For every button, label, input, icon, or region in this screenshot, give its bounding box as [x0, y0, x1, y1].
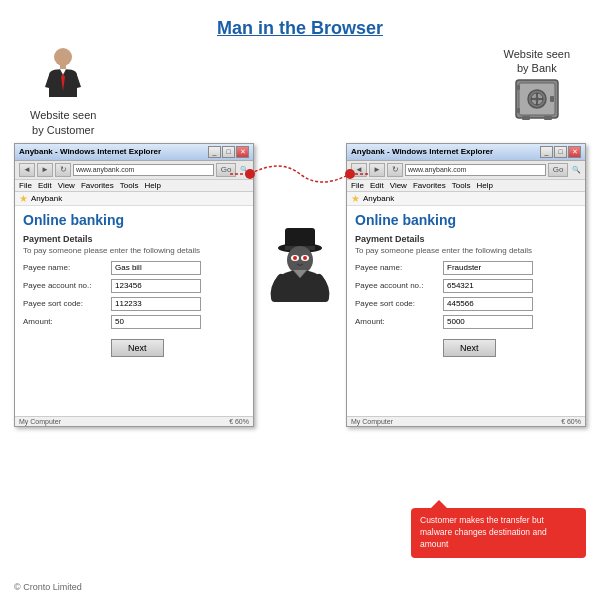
menu-favorites2[interactable]: Favorites — [413, 181, 446, 190]
input-payee2[interactable]: Fraudster — [443, 261, 533, 275]
bank-label: Website seen by Bank — [504, 47, 570, 129]
browser2-toolbar: ◄ ► ↻ www.anybank.com Go 🔍 — [347, 161, 585, 180]
callout-text: Customer makes the transfer but malware … — [420, 515, 547, 549]
input-account1[interactable]: 123456 — [111, 279, 201, 293]
field-row-3: Amount: 50 — [23, 315, 245, 329]
safe-icon — [504, 76, 570, 125]
browser2-statusbar: My Computer € 60% — [347, 416, 585, 426]
forward-btn[interactable]: ► — [37, 163, 53, 177]
browser2-favbar: ★ Anybank — [347, 192, 585, 206]
svg-point-0 — [54, 48, 72, 66]
browser1-menubar: File Edit View Favorites Tools Help — [15, 180, 253, 192]
fav-star1: ★ — [19, 193, 28, 204]
bank1-heading: Online banking — [23, 212, 245, 228]
menu-edit2[interactable]: Edit — [370, 181, 384, 190]
field-row2-3: Amount: 5000 — [355, 315, 577, 329]
label-sort1: Payee sort code: — [23, 299, 111, 308]
svg-point-24 — [303, 256, 307, 260]
svg-point-7 — [535, 97, 539, 101]
svg-rect-15 — [522, 116, 530, 120]
callout-bubble: Customer makes the transfer but malware … — [411, 508, 586, 558]
browser1-favbar: ★ Anybank — [15, 192, 253, 206]
browser1-content: Online banking Payment Details To pay so… — [15, 206, 253, 416]
bank2-heading: Online banking — [355, 212, 577, 228]
menu-help2[interactable]: Help — [476, 181, 492, 190]
forward-btn2[interactable]: ► — [369, 163, 385, 177]
menu-file1[interactable]: File — [19, 181, 32, 190]
browser1-toolbar: ◄ ► ↻ www.anybank.com Go 🔍 — [15, 161, 253, 180]
label-sort2: Payee sort code: — [355, 299, 443, 308]
input-payee1[interactable]: Gas bill — [111, 261, 201, 275]
input-sort2[interactable]: 445566 — [443, 297, 533, 311]
menu-favorites1[interactable]: Favorites — [81, 181, 114, 190]
menu-tools2[interactable]: Tools — [452, 181, 471, 190]
svg-rect-13 — [517, 85, 520, 90]
input-sort1[interactable]: 112233 — [111, 297, 201, 311]
field-row-1: Payee account no.: 123456 — [23, 279, 245, 293]
field-row2-1: Payee account no.: 654321 — [355, 279, 577, 293]
svg-point-23 — [293, 256, 297, 260]
browser2-content: Online banking Payment Details To pay so… — [347, 206, 585, 416]
label-amount1: Amount: — [23, 317, 111, 326]
label-account1: Payee account no.: — [23, 281, 111, 290]
customer-text: Website seen by Customer — [30, 109, 96, 135]
bank-text: Website seen by Bank — [504, 48, 570, 74]
icons-row: Website seen by Customer Website seen by… — [0, 47, 600, 137]
back-btn[interactable]: ◄ — [19, 163, 35, 177]
address-bar2[interactable]: www.anybank.com — [405, 164, 546, 176]
browser-customer: Anybank - Windows Internet Explorer _ □ … — [14, 143, 254, 427]
bank2-desc: To pay someone please enter the followin… — [355, 246, 577, 255]
browser2-titlebar: Anybank - Windows Internet Explorer _ □ … — [347, 144, 585, 161]
menu-edit1[interactable]: Edit — [38, 181, 52, 190]
label-amount2: Amount: — [355, 317, 443, 326]
close-btn2[interactable]: ✕ — [568, 146, 581, 158]
browser2-controls: _ □ ✕ — [540, 146, 581, 158]
browser2-menubar: File Edit View Favorites Tools Help — [347, 180, 585, 192]
search-box2[interactable]: 🔍 — [572, 166, 581, 174]
page-title: Man in the Browser — [0, 0, 600, 39]
field-row2-2: Payee sort code: 445566 — [355, 297, 577, 311]
input-account2[interactable]: 654321 — [443, 279, 533, 293]
minimize-btn[interactable]: _ — [208, 146, 221, 158]
svg-point-20 — [287, 246, 313, 274]
input-amount1[interactable]: 50 — [111, 315, 201, 329]
bank1-desc: To pay someone please enter the followin… — [23, 246, 245, 255]
browser1-statusbar: My Computer € 60% — [15, 416, 253, 426]
browser1-titlebar: Anybank - Windows Internet Explorer _ □ … — [15, 144, 253, 161]
bank1-section: Payment Details — [23, 234, 245, 244]
maximize-btn2[interactable]: □ — [554, 146, 567, 158]
close-btn[interactable]: ✕ — [236, 146, 249, 158]
next-btn1[interactable]: Next — [111, 339, 164, 357]
refresh-btn[interactable]: ↻ — [55, 163, 71, 177]
browser-bank: Anybank - Windows Internet Explorer _ □ … — [346, 143, 586, 427]
arrows-svg — [230, 158, 370, 198]
browser1-controls: _ □ ✕ — [208, 146, 249, 158]
customer-label: Website seen by Customer — [30, 47, 96, 137]
field-row2-0: Payee name: Fraudster — [355, 261, 577, 275]
maximize-btn[interactable]: □ — [222, 146, 235, 158]
svg-rect-12 — [550, 96, 554, 102]
menu-view2[interactable]: View — [390, 181, 407, 190]
next-btn2[interactable]: Next — [443, 339, 496, 357]
minimize-btn2[interactable]: _ — [540, 146, 553, 158]
svg-rect-16 — [544, 116, 552, 120]
menu-tools1[interactable]: Tools — [120, 181, 139, 190]
person-icon — [30, 47, 96, 104]
address-bar1[interactable]: www.anybank.com — [73, 164, 214, 176]
field-row-2: Payee sort code: 112233 — [23, 297, 245, 311]
svg-rect-14 — [517, 108, 520, 113]
hacker-svg — [265, 220, 335, 310]
hacker-figure — [255, 220, 345, 310]
label-payee1: Payee name: — [23, 263, 111, 272]
refresh-btn2[interactable]: ↻ — [387, 163, 403, 177]
go-btn2[interactable]: Go — [548, 163, 568, 177]
menu-view1[interactable]: View — [58, 181, 75, 190]
label-account2: Payee account no.: — [355, 281, 443, 290]
copyright-text: © Cronto Limited — [14, 582, 82, 592]
input-amount2[interactable]: 5000 — [443, 315, 533, 329]
field-row-0: Payee name: Gas bill — [23, 261, 245, 275]
bank2-section: Payment Details — [355, 234, 577, 244]
label-payee2: Payee name: — [355, 263, 443, 272]
menu-help1[interactable]: Help — [144, 181, 160, 190]
